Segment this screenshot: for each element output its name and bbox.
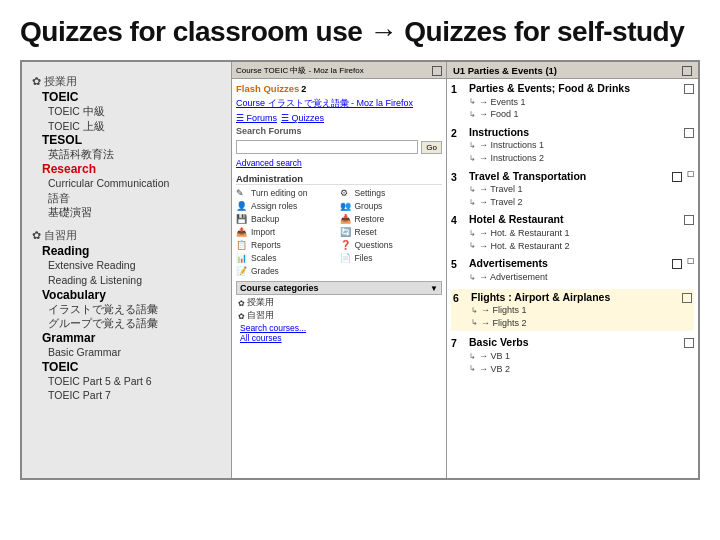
- sidebar-toeic-chukyu[interactable]: TOEIC 中級: [48, 104, 225, 119]
- admin-files[interactable]: 📄Files: [340, 253, 443, 263]
- sidebar-toeic-part7[interactable]: TOEIC Part 7: [48, 388, 225, 403]
- quiz-sub-4a[interactable]: ↳→ Hot. & Restaurant 1: [469, 227, 680, 240]
- search-input[interactable]: [236, 140, 418, 154]
- grades-icon: 📝: [236, 266, 248, 276]
- sidebar-eigo-kyoikuho[interactable]: 英語科教育法: [48, 147, 225, 162]
- sidebar-reading[interactable]: Reading: [42, 244, 225, 258]
- sidebar-reading-listening[interactable]: Reading & Listening: [48, 273, 225, 288]
- quiz-title-4[interactable]: Hotel & Restaurant: [469, 213, 680, 227]
- admin-reports[interactable]: 📋Reports: [236, 240, 339, 250]
- quiz-title-6[interactable]: Flights : Airport & Airplanes: [471, 291, 678, 305]
- quiz-title-2[interactable]: Instructions: [469, 126, 680, 140]
- scales-icon: 📊: [236, 253, 248, 263]
- assign-icon: 👤: [236, 201, 248, 211]
- sidebar-toeic2[interactable]: TOEIC: [42, 360, 225, 374]
- double-box-icon: ☐: [687, 170, 694, 179]
- quiz-title-1[interactable]: Parties & Events; Food & Drinks: [469, 82, 680, 96]
- quiz-sub-2a[interactable]: ↳→ Instructions 1: [469, 139, 680, 152]
- search-button[interactable]: Go: [421, 141, 442, 154]
- sidebar-research[interactable]: Research: [42, 162, 225, 176]
- quiz-num-4: 4: [451, 214, 465, 226]
- group-header-jishu: ✿ 自習用: [32, 228, 225, 243]
- quiz-sub-7a[interactable]: ↳→ VB 1: [469, 350, 680, 363]
- cat-toggle[interactable]: ▼: [430, 284, 438, 293]
- quiz-sub-2b[interactable]: ↳→ Instructions 2: [469, 152, 680, 165]
- quiz-checkbox-1[interactable]: [684, 84, 694, 94]
- admin-label8: Reset: [355, 227, 377, 237]
- editing-icon: ✎: [236, 188, 248, 198]
- quiz-checkbox-2[interactable]: [684, 128, 694, 138]
- quiz-sub-3b[interactable]: ↳→ Travel 2: [469, 196, 668, 209]
- quiz-checkbox-4[interactable]: [684, 215, 694, 225]
- sidebar-tesol[interactable]: TESOL: [42, 133, 225, 147]
- sidebar-kiso-enshu[interactable]: 基礎演習: [48, 205, 225, 220]
- quizzes-link[interactable]: ☰ Quizzes: [281, 113, 324, 123]
- admin-reset[interactable]: 🔄Reset: [340, 227, 443, 237]
- sidebar-toeic[interactable]: TOEIC: [42, 90, 225, 104]
- admin-label5: Backup: [251, 214, 279, 224]
- quiz-sub-6b[interactable]: ↳→ Flights 2: [471, 317, 678, 330]
- screenshot-container: ✿ 授業用 TOEIC TOEIC 中級 TOEIC 上級 TESOL 英語科教…: [20, 60, 700, 480]
- double-box-icon2: ☐: [687, 257, 694, 266]
- sidebar-curricular[interactable]: Curricular Communication: [48, 176, 225, 191]
- quiz-sub-1a[interactable]: ↳→ Events 1: [469, 96, 680, 109]
- quiz-checkbox-7[interactable]: [684, 338, 694, 348]
- sidebar-illust-vocab[interactable]: イラストで覚える語彙: [48, 302, 225, 317]
- window-icon[interactable]: [432, 66, 442, 76]
- header-checkbox[interactable]: [682, 66, 692, 76]
- cat-bullet1: ✿: [238, 299, 245, 308]
- sidebar-grammar[interactable]: Grammar: [42, 331, 225, 345]
- sidebar-basic-grammar[interactable]: Basic Grammar: [48, 345, 225, 360]
- quiz-num-6: 6: [453, 292, 467, 304]
- quiz-num-7: 7: [451, 337, 465, 349]
- course-categories-section: Course categories ▼ ✿ 授業用 ✿ 自習用 Search c…: [236, 281, 442, 343]
- sidebar-toeic-part56[interactable]: TOEIC Part 5 & Part 6: [48, 374, 225, 389]
- quiz-sub-3a[interactable]: ↳→ Travel 1: [469, 183, 668, 196]
- course-link[interactable]: Course イラストで覚え語彙 - Moz la Firefox: [236, 97, 442, 110]
- browser-content: Flash Quizzes 2 Course イラストで覚え語彙 - Moz l…: [232, 79, 446, 478]
- quiz-sub-7b[interactable]: ↳→ VB 2: [469, 363, 680, 376]
- admin-grades[interactable]: 📝Grades: [236, 266, 339, 276]
- cat-jishu[interactable]: ✿ 自習用: [238, 310, 440, 322]
- quiz-list-header: U1 Parties & Events (1): [447, 62, 698, 79]
- sidebar-goon[interactable]: 語音: [48, 191, 225, 206]
- files-icon: 📄: [340, 253, 352, 263]
- admin-scales[interactable]: 📊Scales: [236, 253, 339, 263]
- quiz-num-1: 1: [451, 83, 465, 95]
- quiz-sub-1b[interactable]: ↳→ Food 1: [469, 108, 680, 121]
- admin-settings[interactable]: ⚙Settings: [340, 188, 443, 198]
- admin-groups[interactable]: 👥Groups: [340, 201, 443, 211]
- arrow-icon: ↳: [469, 96, 476, 107]
- admin-questions[interactable]: ❓Questions: [340, 240, 443, 250]
- cat-jugyou[interactable]: ✿ 授業用: [238, 297, 440, 309]
- sidebar-toeic-jokyu[interactable]: TOEIC 上級: [48, 119, 225, 134]
- admin-import[interactable]: 📤Import: [236, 227, 339, 237]
- sidebar-vocabulary[interactable]: Vocabulary: [42, 288, 225, 302]
- admin-backup[interactable]: 💾Backup: [236, 214, 339, 224]
- arrow-icon: ↳: [469, 240, 476, 251]
- settings-icon: ⚙: [340, 188, 352, 198]
- quiz-checkbox-6[interactable]: [682, 293, 692, 303]
- admin-restore[interactable]: 📥Restore: [340, 214, 443, 224]
- group-label-jishu: 自習用: [44, 228, 77, 243]
- sidebar-group-vocab[interactable]: グループで覚える語彙: [48, 316, 225, 331]
- admin-label7: Import: [251, 227, 275, 237]
- quiz-sub-6a[interactable]: ↳→ Flights 1: [471, 304, 678, 317]
- forums-link[interactable]: ☰ Forums: [236, 113, 277, 123]
- arrow-icon: ↳: [469, 228, 476, 239]
- quiz-title-5[interactable]: Advertisements: [469, 257, 668, 271]
- quiz-title-3[interactable]: Travel & Transportation: [469, 170, 668, 184]
- quiz-sub-5a[interactable]: ↳→ Advertisement: [469, 271, 668, 284]
- admin-turn-editing[interactable]: ✎Turn editing on: [236, 188, 339, 198]
- backup-icon: 💾: [236, 214, 248, 224]
- search-courses-link[interactable]: Search courses...: [240, 323, 442, 333]
- advanced-search-link[interactable]: Advanced search: [236, 158, 442, 168]
- quiz-checkbox-5[interactable]: [672, 259, 682, 269]
- quiz-title-7[interactable]: Basic Verbs: [469, 336, 680, 350]
- admin-assign[interactable]: 👤Assign roles: [236, 201, 339, 211]
- quiz-header-text: U1 Parties & Events (1): [453, 65, 557, 76]
- quiz-sub-4b[interactable]: ↳→ Hot. & Restaurant 2: [469, 240, 680, 253]
- quiz-checkbox-3[interactable]: [672, 172, 682, 182]
- all-courses-link[interactable]: All courses: [240, 333, 442, 343]
- sidebar-extensive[interactable]: Extensive Reading: [48, 258, 225, 273]
